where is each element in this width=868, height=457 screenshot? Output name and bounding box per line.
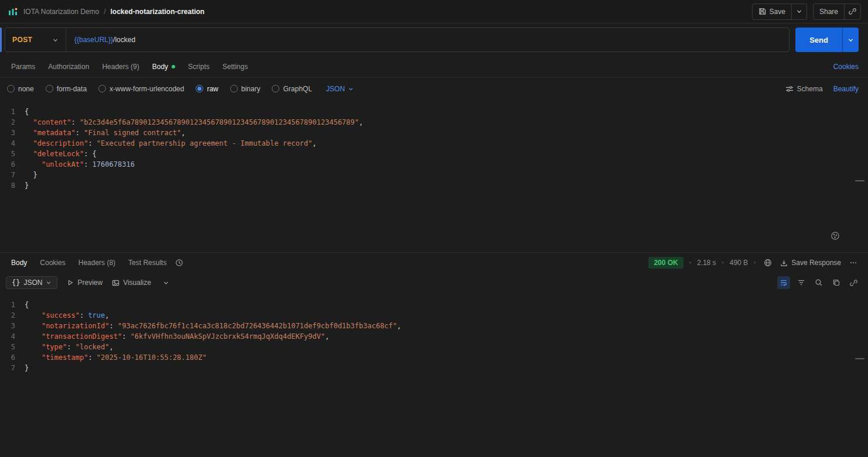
request-tabs-row: Params Authorization Headers (9) Body Sc…	[0, 56, 868, 78]
more-options-icon[interactable]	[847, 256, 860, 269]
breadcrumb-separator: /	[104, 8, 105, 16]
response-tab-cookies[interactable]: Cookies	[33, 253, 71, 273]
app-logo-icon[interactable]	[7, 6, 19, 18]
scrollbar-marker[interactable]	[855, 180, 864, 181]
response-format-label: JSON	[23, 279, 42, 287]
response-editor-lines: 1{2 "success": true,3 "notarizationId": …	[0, 300, 868, 373]
link-icon[interactable]	[848, 277, 860, 289]
breadcrumb-workspace[interactable]: IOTA Notarization Demo	[23, 8, 99, 16]
code-line: 2 "content": "b2c3d4e5f6a789012345678901…	[0, 117, 868, 128]
radio-form-data[interactable]: form-data	[46, 85, 87, 93]
request-editor-lines: 1{2 "content": "b2c3d4e5f6a7890123456789…	[0, 106, 868, 191]
radio-circle	[98, 85, 106, 92]
request-url-row: POST {{baseURL}} /locked Send	[0, 23, 868, 56]
modified-dot	[172, 65, 175, 68]
body-options-row: none form-data x-www-form-urlencoded raw…	[0, 78, 868, 99]
radio-none[interactable]: none	[7, 85, 34, 93]
chevron-down-icon	[796, 8, 802, 15]
download-icon	[780, 259, 788, 267]
radio-x-www-form-urlencoded[interactable]: x-www-form-urlencoded	[98, 85, 184, 93]
radio-circle	[196, 85, 203, 92]
raw-format-dropdown[interactable]: JSON	[326, 85, 354, 93]
url-input[interactable]: {{baseURL}} /locked	[66, 36, 789, 44]
radio-label: raw	[207, 85, 218, 93]
save-button-label: Save	[770, 8, 785, 16]
sliders-icon	[785, 85, 794, 93]
separator-dot: •	[722, 260, 724, 266]
beautify-button[interactable]: Beautify	[833, 85, 859, 93]
top-bar-actions: Save Share	[752, 4, 861, 20]
code-line: 6 "unlockAt": 1760678316	[0, 159, 868, 170]
radio-raw[interactable]: raw	[196, 85, 218, 93]
line-number: 5	[0, 342, 25, 352]
response-history-icon[interactable]	[173, 256, 186, 269]
chevron-down-icon	[348, 86, 354, 92]
response-toolbar: {} JSON Preview Visualize	[0, 273, 868, 293]
tab-authorization[interactable]: Authorization	[42, 56, 95, 78]
send-button[interactable]: Send	[795, 28, 842, 52]
active-request-accent	[0, 28, 2, 52]
code-line: 4 "description": "Executed partnership a…	[0, 138, 868, 149]
top-bar: IOTA Notarization Demo / locked-notariza…	[0, 0, 868, 23]
line-number: 5	[0, 149, 25, 159]
radio-graphql[interactable]: GraphQL	[272, 85, 312, 93]
filter-icon[interactable]	[795, 276, 808, 289]
response-toolbar-right	[777, 276, 860, 289]
visualize-button[interactable]: Visualize	[112, 279, 151, 287]
separator-dot: •	[689, 260, 691, 266]
tab-body-label: Body	[152, 63, 168, 71]
response-format-dropdown[interactable]: {} JSON	[6, 276, 57, 289]
tab-scripts[interactable]: Scripts	[182, 56, 216, 78]
response-tab-headers[interactable]: Headers (8)	[72, 253, 122, 273]
copy-icon[interactable]	[830, 276, 843, 289]
save-options-button[interactable]	[792, 4, 807, 19]
tab-headers[interactable]: Headers (9)	[95, 56, 145, 78]
body-options-actions: Schema Beautify	[785, 85, 859, 93]
response-tab-body[interactable]: Body	[5, 253, 33, 273]
line-number: 6	[0, 159, 25, 170]
share-button[interactable]: Share	[814, 4, 844, 19]
line-number: 1	[0, 300, 25, 310]
chevron-down-icon	[848, 37, 854, 43]
response-tab-test-results[interactable]: Test Results	[122, 253, 173, 273]
line-number: 2	[0, 117, 25, 128]
scrollbar-marker[interactable]	[855, 358, 864, 359]
save-button[interactable]: Save	[753, 4, 791, 19]
copy-link-button[interactable]	[845, 4, 860, 19]
schema-button[interactable]: Schema	[785, 85, 823, 93]
search-icon[interactable]	[812, 276, 825, 289]
radio-circle	[7, 85, 15, 92]
radio-binary[interactable]: binary	[230, 85, 261, 93]
code-line: 8}	[0, 180, 868, 191]
code-line: 6 "timestamp": "2025-10-16T10:55:28.180Z…	[0, 352, 868, 363]
cookies-link[interactable]: Cookies	[833, 63, 859, 71]
method-select[interactable]: POST	[5, 28, 66, 51]
tab-settings[interactable]: Settings	[216, 56, 254, 78]
response-body-editor[interactable]: 1{2 "success": true,3 "notarizationId": …	[0, 293, 868, 457]
breadcrumb: IOTA Notarization Demo / locked-notariza…	[7, 6, 204, 18]
line-number: 7	[0, 363, 25, 373]
radio-label: x-www-form-urlencoded	[110, 85, 184, 93]
send-options-button[interactable]	[842, 28, 859, 52]
network-info-icon[interactable]	[761, 256, 774, 269]
save-response-button[interactable]: Save Response	[780, 259, 841, 267]
radio-circle	[272, 85, 279, 92]
chevron-down-icon	[46, 280, 52, 286]
wrap-text-icon[interactable]	[777, 276, 790, 289]
code-line: 4 "transactionDigest": "6kfvVHfhn3ouNAkS…	[0, 331, 868, 342]
tab-body[interactable]: Body	[146, 56, 182, 78]
preview-button[interactable]: Preview	[67, 279, 102, 287]
code-line: 2 "success": true,	[0, 310, 868, 321]
line-number: 6	[0, 352, 25, 363]
share-button-label: Share	[819, 8, 838, 16]
url-path: /locked	[113, 36, 135, 44]
code-line: 3 "notarizationId": "93ac7626fbc76f1c14c…	[0, 321, 868, 331]
request-body-editor[interactable]: 1{2 "content": "b2c3d4e5f6a7890123456789…	[0, 99, 868, 253]
response-size: 490 B	[730, 259, 748, 267]
breadcrumb-request-name[interactable]: locked-notarization-creation	[111, 8, 205, 16]
postbot-icon[interactable]	[827, 228, 843, 244]
toolbar-more-dropdown[interactable]	[160, 277, 172, 288]
code-line: 5 "deleteLock": {	[0, 149, 868, 159]
visualize-label: Visualize	[123, 279, 151, 287]
tab-params[interactable]: Params	[5, 56, 42, 78]
